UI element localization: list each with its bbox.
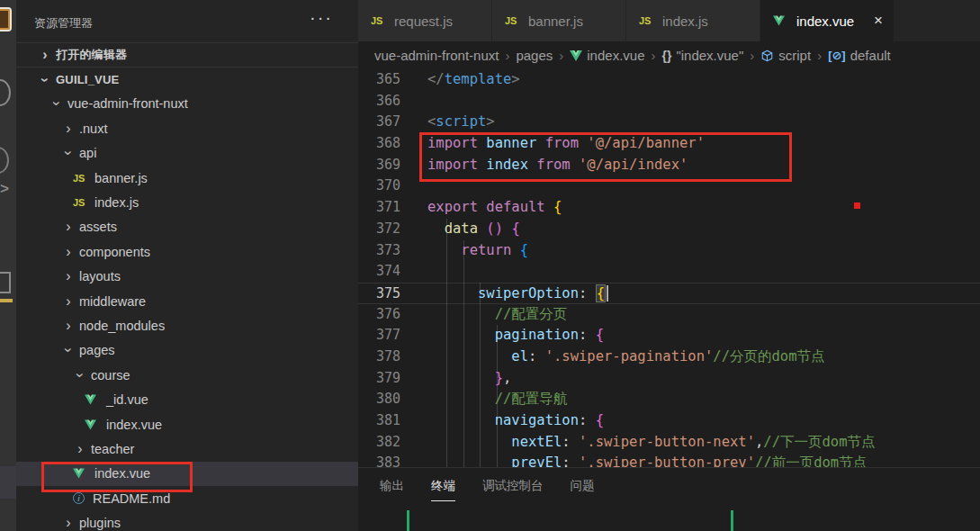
tab-index-vue[interactable]: index.vue× bbox=[760, 0, 895, 41]
tree-item-label: pages bbox=[79, 343, 115, 357]
code-text: data () { bbox=[427, 219, 520, 240]
tree-item-label: layouts bbox=[79, 269, 121, 284]
breadcrumb-separator-icon: › bbox=[652, 48, 656, 63]
code-line-366[interactable]: 366 bbox=[358, 91, 980, 112]
js-file-icon: JS bbox=[371, 15, 389, 26]
chevron-right-icon: › bbox=[61, 269, 76, 284]
line-number: 372 bbox=[358, 219, 400, 240]
line-number: 380 bbox=[358, 389, 400, 410]
chevron-right-icon: › bbox=[73, 442, 87, 456]
panel-tab-调试控制台[interactable]: 调试控制台 bbox=[482, 478, 544, 501]
tree-item-api[interactable]: ›api bbox=[16, 141, 358, 166]
panel-tab-输出[interactable]: 输出 bbox=[380, 478, 404, 501]
close-icon[interactable]: × bbox=[872, 12, 885, 30]
tree-item--[interactable]: ›打开的编辑器 bbox=[16, 42, 358, 67]
code-line-376[interactable]: 376 //配置分页 bbox=[358, 304, 980, 326]
breadcrumb-item-index-vue[interactable]: index.vue bbox=[570, 48, 644, 63]
breadcrumb: vue-admin-front-nuxt›pages›index.vue›{}"… bbox=[358, 41, 980, 69]
tab-index-js[interactable]: JSindex.js bbox=[626, 0, 760, 41]
breadcrumb-label: "index.vue" bbox=[676, 48, 743, 63]
search-icon[interactable] bbox=[0, 79, 11, 106]
explorer-sidebar: 资源管理器 ··· ›打开的编辑器›GUILI_VUE›vue-admin-fr… bbox=[16, 0, 358, 531]
code-line-373[interactable]: 373 return { bbox=[358, 240, 980, 262]
tree-item-guili_vue[interactable]: ›GUILI_VUE bbox=[16, 67, 358, 91]
panel-tab-终端[interactable]: 终端 bbox=[431, 478, 455, 501]
code-line-378[interactable]: 378 el: '.swiper-pagination'//分页的dom节点 bbox=[358, 346, 980, 368]
tree-item-node_modules[interactable]: ›node_modules bbox=[16, 313, 358, 338]
tree-item-.nuxt[interactable]: ›.nuxt bbox=[16, 116, 358, 140]
explorer-icon[interactable] bbox=[0, 7, 12, 32]
code-line-370[interactable]: 370 bbox=[358, 176, 980, 197]
tree-item-index.vue[interactable]: index.vue bbox=[16, 462, 358, 486]
chevron-right-icon: › bbox=[61, 245, 76, 259]
tree-item-components[interactable]: ›components bbox=[16, 239, 358, 264]
code-text: import index from '@/api/index' bbox=[427, 155, 688, 176]
tree-item-teacher[interactable]: ›teacher bbox=[16, 436, 358, 461]
breadcrumb-item-default[interactable]: [⊘]default bbox=[828, 48, 891, 63]
code-line-380[interactable]: 380 //配置导航 bbox=[358, 389, 980, 410]
tree-item-assets[interactable]: ›assets bbox=[16, 215, 358, 239]
source-control-icon[interactable] bbox=[0, 147, 9, 174]
tree-item-index.vue[interactable]: index.vue bbox=[16, 412, 358, 436]
explorer-header: 资源管理器 ··· bbox=[16, 0, 358, 42]
tab-request-js[interactable]: JSrequest.js bbox=[358, 0, 492, 41]
tree-item-label: node_modules bbox=[79, 319, 165, 333]
line-number: 377 bbox=[358, 325, 400, 346]
code-text: return { bbox=[427, 240, 528, 262]
code-line-383[interactable]: 383 prevEl: '.swiper-button-prev'//前一页do… bbox=[358, 453, 980, 467]
code-line-374[interactable]: 374 bbox=[358, 261, 980, 283]
tree-item-pages[interactable]: ›pages bbox=[16, 338, 358, 363]
breadcrumb-item-vue-admin-front-nuxt[interactable]: vue-admin-front-nuxt bbox=[374, 48, 499, 63]
chevron-right-icon: › bbox=[61, 220, 76, 234]
line-number: 381 bbox=[358, 410, 400, 432]
bottom-panel: 输出终端调试控制台问题 bbox=[358, 467, 980, 531]
code-line-369[interactable]: 369import index from '@/api/index' bbox=[358, 155, 980, 176]
tree-item-plugins[interactable]: ›plugins bbox=[16, 510, 358, 531]
line-number: 370 bbox=[358, 176, 400, 197]
tree-item-label: course bbox=[91, 368, 130, 382]
code-line-382[interactable]: 382 nextEl: '.swiper-button-next',//下一页d… bbox=[358, 432, 980, 454]
code-line-377[interactable]: 377 pagination: { bbox=[358, 325, 980, 346]
settings-icon[interactable] bbox=[0, 466, 16, 499]
tree-item-readme.md[interactable]: iREADME.md bbox=[16, 486, 358, 510]
tree-item-layouts[interactable]: ›layouts bbox=[16, 265, 358, 289]
code-line-365[interactable]: 365</template> bbox=[358, 69, 980, 91]
tab-banner-js[interactable]: JSbanner.js bbox=[492, 0, 626, 41]
js-file-icon: JS bbox=[639, 15, 657, 26]
tree-item-banner.js[interactable]: JSbanner.js bbox=[16, 166, 358, 190]
tree-item-_id.vue[interactable]: _id.vue bbox=[16, 387, 358, 411]
code-line-379[interactable]: 379 }, bbox=[358, 368, 980, 390]
code-editor[interactable]: 365</template>366367<script>368import ba… bbox=[358, 69, 980, 467]
extensions-icon[interactable] bbox=[0, 272, 11, 293]
code-line-381[interactable]: 381 navigation: { bbox=[358, 410, 980, 432]
tree-item-vue-admin-front-nuxt[interactable]: ›vue-admin-front-nuxt bbox=[16, 92, 358, 116]
tree-item-middleware[interactable]: ›middleware bbox=[16, 289, 358, 313]
breadcrumb-item--index-vue-[interactable]: {}"index.vue" bbox=[662, 48, 744, 63]
js-file-icon: JS bbox=[73, 197, 91, 208]
code-text: }, bbox=[427, 368, 511, 390]
tree-item-index.js[interactable]: JSindex.js bbox=[16, 190, 358, 214]
explorer-title: 资源管理器 bbox=[34, 15, 93, 32]
vue-file-icon bbox=[85, 419, 103, 430]
tree-item-label: middleware bbox=[79, 294, 146, 309]
breadcrumb-item-pages[interactable]: pages bbox=[516, 48, 553, 63]
code-line-367[interactable]: 367<script> bbox=[358, 112, 980, 133]
run-debug-icon[interactable]: > bbox=[0, 180, 9, 198]
tree-item-course[interactable]: ›course bbox=[16, 363, 358, 387]
tree-item-label: _id.vue bbox=[106, 392, 148, 407]
code-line-372[interactable]: 372 data () { bbox=[358, 219, 980, 240]
js-file-icon: JS bbox=[73, 173, 91, 184]
panel-tab-问题[interactable]: 问题 bbox=[571, 478, 595, 501]
code-line-371[interactable]: 371export default { bbox=[358, 197, 980, 219]
tree-item-label: assets bbox=[79, 220, 117, 234]
code-line-375[interactable]: 375 swiperOption: { bbox=[358, 283, 980, 304]
annotation-red-dot bbox=[854, 202, 860, 209]
editor-group: JSrequest.jsJSbanner.jsJSindex.jsindex.v… bbox=[358, 0, 980, 531]
breadcrumb-item-script[interactable]: script bbox=[760, 48, 811, 63]
code-line-368[interactable]: 368import banner from '@/api/banner' bbox=[358, 133, 980, 155]
js-file-icon: JS bbox=[505, 15, 523, 26]
tree-item-label: banner.js bbox=[94, 171, 148, 185]
code-text: swiperOption: { bbox=[427, 284, 608, 303]
line-number: 379 bbox=[358, 368, 400, 390]
more-actions-icon[interactable]: ··· bbox=[310, 7, 333, 28]
